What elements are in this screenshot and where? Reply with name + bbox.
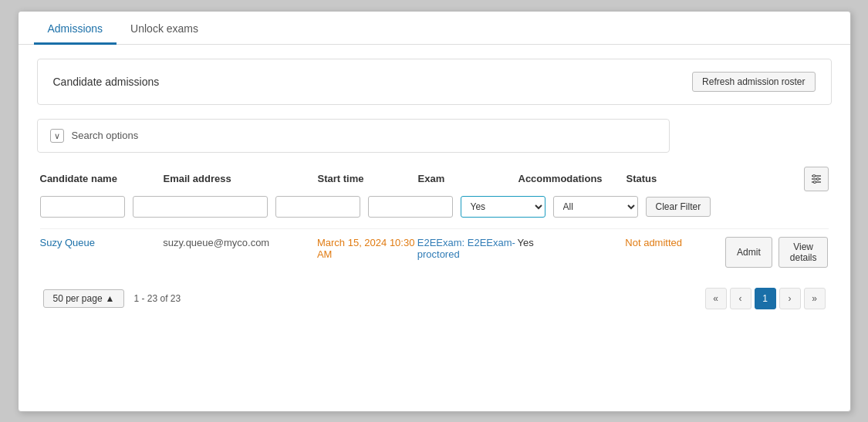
col-header-accommodations: Accommodations [518,173,627,184]
admit-button[interactable]: Admit [725,237,772,268]
page-range: 1 - 23 of 23 [133,293,181,304]
candidate-admissions-card: Candidate admissions Refresh admission r… [37,59,832,105]
chevron-down-icon: ∨ [50,129,64,143]
view-details-button[interactable]: View details [778,237,829,268]
candidate-exam: E2EExam: E2EExam-proctored [417,237,518,260]
page-navigation: « ‹ 1 › » [705,288,826,309]
col-header-actions [727,167,829,191]
pagination-row: 50 per page ▲ 1 - 23 of 23 « ‹ 1 › » [40,288,829,309]
main-window: Admissions Unlock exams Candidate admiss… [18,11,851,412]
filter-icon [810,173,822,185]
filter-accommodations-select[interactable]: Yes No All [461,196,545,218]
table-row: Suzy Queue suzy.queue@myco.com March 15,… [40,228,829,275]
col-header-exam: Exam [418,173,518,184]
per-page-arrow-icon: ▲ [106,293,115,304]
candidate-name: Suzy Queue [40,237,164,248]
card-title: Candidate admissions [53,76,160,88]
search-options-label: Search options [72,130,139,141]
page-prev-button[interactable]: ‹ [730,288,751,309]
filter-row: Yes No All All Admitted Not admitted Cle… [40,196,829,218]
filter-status-select[interactable]: All Admitted Not admitted [553,196,638,218]
candidate-accommodations: Yes [518,237,626,248]
main-content: Candidate admissions Refresh admission r… [19,45,850,323]
filter-name-input[interactable] [40,196,125,218]
per-page-label: 50 per page [53,293,103,304]
page-current-button[interactable]: 1 [755,288,776,309]
filter-start-input[interactable] [275,196,360,218]
tab-admissions[interactable]: Admissions [34,12,117,45]
left-pagination: 50 per page ▲ 1 - 23 of 23 [43,289,181,308]
search-options-panel[interactable]: ∨ Search options [37,119,670,153]
page-last-button[interactable]: » [804,288,826,309]
svg-point-3 [812,174,815,177]
page-next-button[interactable]: › [779,288,801,309]
svg-point-5 [813,181,816,183]
table-header: Candidate name Email address Start time … [40,167,829,191]
clear-filter-button[interactable]: Clear Filter [646,197,711,217]
per-page-button[interactable]: 50 per page ▲ [43,289,125,308]
svg-point-4 [816,177,819,180]
candidate-actions: Admit View details [725,237,828,268]
tab-unlock-exams[interactable]: Unlock exams [117,12,212,45]
card-header: Candidate admissions Refresh admission r… [53,72,816,92]
refresh-roster-button[interactable]: Refresh admission roster [692,72,815,92]
filter-icon-button[interactable] [804,167,829,191]
candidates-table: Candidate name Email address Start time … [37,167,832,309]
filter-email-input[interactable] [133,196,268,218]
filter-exam-input[interactable] [368,196,453,218]
col-header-email: Email address [164,173,318,184]
page-first-button[interactable]: « [705,288,727,309]
col-header-start: Start time [318,173,418,184]
col-header-name: Candidate name [40,173,164,184]
tab-bar: Admissions Unlock exams [19,12,850,45]
col-header-status: Status [627,173,727,184]
candidate-status: Not admitted [625,237,725,248]
candidate-start-time: March 15, 2024 10:30 AM [317,237,417,260]
candidate-email: suzy.queue@myco.com [163,237,317,248]
